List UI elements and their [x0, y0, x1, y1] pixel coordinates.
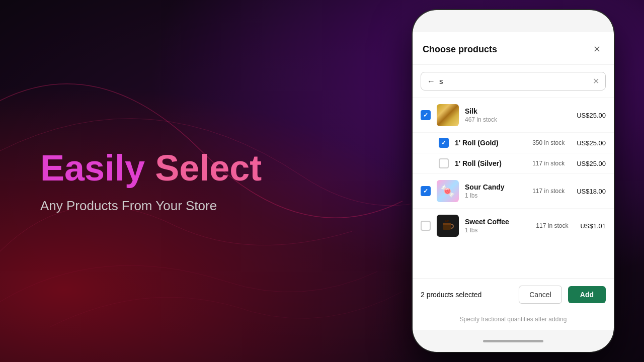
- phone-bottom-bar: [413, 330, 614, 352]
- product-stock-silk-silver: 117 in stock: [532, 160, 565, 167]
- modal-footer: 2 products selected Cancel Add: [413, 278, 614, 311]
- headline-easily: Easily: [40, 148, 145, 188]
- phone-container: Choose products ✕ ← ✕ Silk: [413, 0, 614, 362]
- modal-title: Choose products: [423, 44, 497, 55]
- product-name-sour-candy: Sour Candy: [465, 183, 526, 191]
- svg-point-2: [445, 220, 447, 222]
- product-name-silk-gold: 1' Roll (Gold): [455, 139, 526, 147]
- product-info-silk: Silk 467 in stock: [465, 107, 571, 123]
- search-area: ← ✕: [413, 65, 614, 98]
- product-image-sweet-coffee: [437, 215, 459, 237]
- checkbox-sweet-coffee[interactable]: [421, 221, 431, 231]
- search-clear-icon[interactable]: ✕: [593, 76, 599, 86]
- modal-hint: Specify fractional quantities after addi…: [413, 311, 614, 330]
- headline-select: Select: [155, 148, 262, 188]
- product-price-silk-gold: US$25.00: [577, 139, 606, 147]
- product-price-sweet-coffee: US$1.01: [580, 222, 606, 230]
- left-content: Easily Select Any Products From Your Sto…: [40, 148, 262, 214]
- checkbox-sour-candy[interactable]: [421, 186, 431, 196]
- variant-item-silk-silver: 1' Roll (Silver) 117 in stock US$25.00: [413, 153, 614, 174]
- checkbox-silk-silver[interactable]: [439, 158, 449, 168]
- product-info-sour-candy: Sour Candy 1 lbs: [465, 183, 526, 199]
- phone-mockup: Choose products ✕ ← ✕ Silk: [413, 10, 614, 352]
- product-sub-sweet-coffee: 1 lbs: [465, 227, 530, 234]
- product-item-sweet-coffee: Sweet Coffee 1 lbs 117 in stock US$1.01: [413, 209, 614, 243]
- back-icon[interactable]: ←: [427, 77, 435, 86]
- product-sub-sour-candy: 1 lbs: [465, 192, 526, 199]
- home-indicator: [483, 340, 543, 342]
- product-info-sweet-coffee: Sweet Coffee 1 lbs: [465, 218, 530, 234]
- search-input-wrap: ← ✕: [421, 72, 606, 90]
- product-name-sweet-coffee: Sweet Coffee: [465, 218, 530, 226]
- checkbox-silk-gold[interactable]: [439, 138, 449, 148]
- headline: Easily Select: [40, 148, 262, 188]
- phone-status-bar: [413, 10, 614, 32]
- product-image-sour-candy: 🍬: [437, 180, 459, 202]
- product-price-silk: US$25.00: [577, 112, 606, 119]
- product-stock-sweet-coffee: 117 in stock: [536, 222, 568, 229]
- product-sub-silk: 467 in stock: [465, 116, 571, 123]
- modal: Choose products ✕ ← ✕ Silk: [413, 32, 614, 330]
- product-stock-silk-gold: 350 in stock: [532, 139, 565, 146]
- product-name-silk: Silk: [465, 107, 571, 115]
- modal-header: Choose products ✕: [413, 32, 614, 65]
- product-stock-sour-candy: 117 in stock: [532, 188, 565, 195]
- selected-count: 2 products selected: [421, 291, 513, 299]
- svg-rect-1: [443, 223, 451, 225]
- add-button[interactable]: Add: [568, 286, 606, 303]
- product-info-silk-silver: 1' Roll (Silver): [455, 159, 526, 167]
- subheadline: Any Products From Your Store: [40, 198, 262, 214]
- product-list: Silk 467 in stock US$25.00 1' Roll (Gold…: [413, 98, 614, 278]
- close-button[interactable]: ✕: [590, 42, 604, 56]
- product-info-silk-gold: 1' Roll (Gold): [455, 139, 526, 147]
- product-item-sour-candy: 🍬 Sour Candy 1 lbs 117 in stock US$18.00: [413, 174, 614, 209]
- product-name-silk-silver: 1' Roll (Silver): [455, 159, 526, 167]
- product-price-sour-candy: US$18.00: [577, 188, 606, 195]
- product-item-silk: Silk 467 in stock US$25.00: [413, 98, 614, 133]
- cancel-button[interactable]: Cancel: [519, 286, 562, 304]
- svg-point-3: [447, 220, 449, 222]
- variant-item-silk-gold: 1' Roll (Gold) 350 in stock US$25.00: [413, 133, 614, 153]
- checkbox-silk[interactable]: [421, 110, 431, 120]
- product-image-silk: [437, 104, 459, 126]
- search-input[interactable]: [439, 77, 589, 85]
- product-price-silk-silver: US$25.00: [577, 160, 606, 167]
